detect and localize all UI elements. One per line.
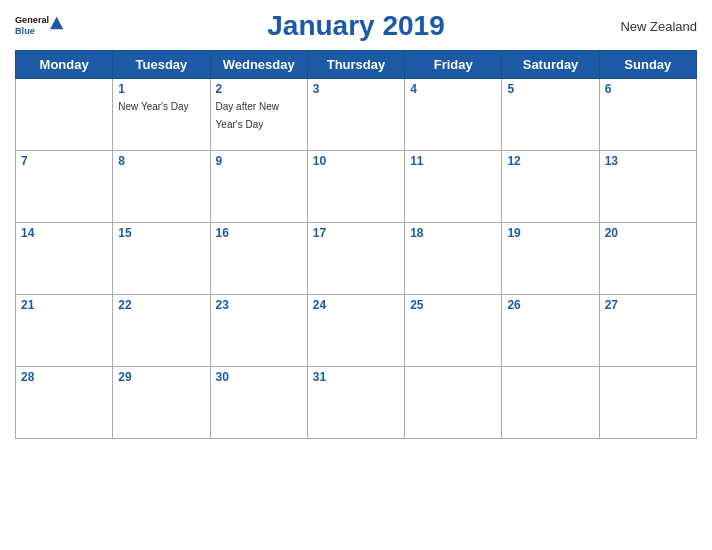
day-number: 26 <box>507 298 593 312</box>
day-number: 30 <box>216 370 302 384</box>
day-number: 18 <box>410 226 496 240</box>
calendar-day: 22 <box>113 295 210 367</box>
day-number: 16 <box>216 226 302 240</box>
calendar-day: 4 <box>405 79 502 151</box>
calendar-day: 11 <box>405 151 502 223</box>
header-tuesday: Tuesday <box>113 51 210 79</box>
calendar-day <box>502 367 599 439</box>
day-number: 4 <box>410 82 496 96</box>
svg-marker-2 <box>50 17 63 30</box>
calendar-day: 5 <box>502 79 599 151</box>
calendar-day: 31 <box>307 367 404 439</box>
day-event: Day after New Year's Day <box>216 101 279 130</box>
calendar-week-row: 1New Year's Day2Day after New Year's Day… <box>16 79 697 151</box>
calendar-day: 3 <box>307 79 404 151</box>
day-number: 22 <box>118 298 204 312</box>
day-number: 27 <box>605 298 691 312</box>
calendar-day: 21 <box>16 295 113 367</box>
day-number: 6 <box>605 82 691 96</box>
calendar-day <box>599 367 696 439</box>
svg-text:General: General <box>15 16 49 26</box>
calendar-week-row: 14151617181920 <box>16 223 697 295</box>
calendar-day: 20 <box>599 223 696 295</box>
logo: General Blue <box>15 12 105 40</box>
header-saturday: Saturday <box>502 51 599 79</box>
calendar-day: 29 <box>113 367 210 439</box>
calendar-day: 6 <box>599 79 696 151</box>
calendar-day: 25 <box>405 295 502 367</box>
weekday-header-row: Monday Tuesday Wednesday Thursday Friday… <box>16 51 697 79</box>
day-number: 23 <box>216 298 302 312</box>
calendar-day: 16 <box>210 223 307 295</box>
calendar-day: 18 <box>405 223 502 295</box>
calendar-day <box>405 367 502 439</box>
calendar-day: 26 <box>502 295 599 367</box>
day-number: 12 <box>507 154 593 168</box>
day-number: 3 <box>313 82 399 96</box>
day-number: 2 <box>216 82 302 96</box>
calendar-table: Monday Tuesday Wednesday Thursday Friday… <box>15 50 697 439</box>
calendar-day: 13 <box>599 151 696 223</box>
svg-text:Blue: Blue <box>15 26 35 36</box>
calendar-day: 24 <box>307 295 404 367</box>
region-label: New Zealand <box>607 19 697 34</box>
day-number: 29 <box>118 370 204 384</box>
day-number: 5 <box>507 82 593 96</box>
header-friday: Friday <box>405 51 502 79</box>
header-thursday: Thursday <box>307 51 404 79</box>
day-number: 11 <box>410 154 496 168</box>
day-number: 28 <box>21 370 107 384</box>
day-number: 9 <box>216 154 302 168</box>
calendar-day <box>16 79 113 151</box>
calendar-day: 19 <box>502 223 599 295</box>
day-number: 15 <box>118 226 204 240</box>
day-number: 10 <box>313 154 399 168</box>
calendar-day: 12 <box>502 151 599 223</box>
calendar-day: 27 <box>599 295 696 367</box>
page: General Blue January 2019 New Zealand Mo… <box>0 0 712 550</box>
page-title: January 2019 <box>105 10 607 42</box>
day-number: 13 <box>605 154 691 168</box>
day-number: 7 <box>21 154 107 168</box>
day-number: 8 <box>118 154 204 168</box>
calendar-day: 10 <box>307 151 404 223</box>
day-number: 20 <box>605 226 691 240</box>
header-sunday: Sunday <box>599 51 696 79</box>
day-number: 19 <box>507 226 593 240</box>
header-wednesday: Wednesday <box>210 51 307 79</box>
calendar-day: 7 <box>16 151 113 223</box>
day-number: 1 <box>118 82 204 96</box>
calendar-day: 9 <box>210 151 307 223</box>
day-number: 17 <box>313 226 399 240</box>
calendar-day: 23 <box>210 295 307 367</box>
calendar-day: 17 <box>307 223 404 295</box>
day-number: 14 <box>21 226 107 240</box>
calendar-day: 30 <box>210 367 307 439</box>
logo-icon: General Blue <box>15 12 65 40</box>
calendar-day: 15 <box>113 223 210 295</box>
calendar-day: 2Day after New Year's Day <box>210 79 307 151</box>
calendar-day: 1New Year's Day <box>113 79 210 151</box>
day-number: 21 <box>21 298 107 312</box>
header-monday: Monday <box>16 51 113 79</box>
day-number: 31 <box>313 370 399 384</box>
calendar-day: 8 <box>113 151 210 223</box>
day-number: 24 <box>313 298 399 312</box>
day-number: 25 <box>410 298 496 312</box>
calendar-week-row: 78910111213 <box>16 151 697 223</box>
day-event: New Year's Day <box>118 101 188 112</box>
calendar-day: 14 <box>16 223 113 295</box>
calendar-week-row: 21222324252627 <box>16 295 697 367</box>
header: General Blue January 2019 New Zealand <box>15 10 697 42</box>
calendar-week-row: 28293031 <box>16 367 697 439</box>
calendar-day: 28 <box>16 367 113 439</box>
